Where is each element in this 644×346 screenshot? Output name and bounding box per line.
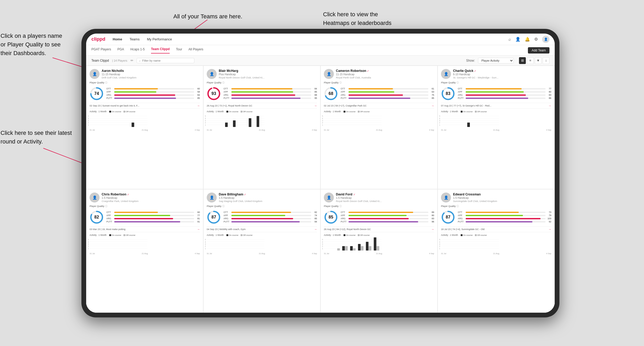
latest-activity[interactable]: 18 Jul 23 | 74 (+4), Sunningdale GC - Ol… — [441, 226, 551, 232]
quality-circle[interactable]: 83 — [441, 87, 455, 101]
quality-circle[interactable]: 87 — [441, 210, 455, 224]
tab-bar: PGAT Players PGA Hcaps 1-5 Team Clippd T… — [86, 45, 555, 56]
quality-section: 74 OTT 60 APP 58 ARG 84 — [90, 87, 200, 101]
stat-label-putt: PUTT — [224, 97, 230, 99]
latest-activity[interactable]: 07 Aug 23 | 77 (+7), St George's Hill GC… — [441, 103, 551, 109]
list-view-button[interactable]: ≡ — [527, 57, 534, 64]
date-mid: 21 Aug — [259, 252, 265, 255]
profile-button[interactable]: 👤 — [515, 37, 521, 42]
tab-hcaps[interactable]: Hcaps 1-5 — [130, 47, 145, 53]
svg-rect-96 — [342, 246, 345, 251]
quality-circle[interactable]: 87 — [207, 210, 221, 224]
settings-button[interactable]: ⚙ — [534, 37, 538, 42]
tab-team-clippd[interactable]: Team Clippd — [151, 47, 170, 54]
stat-row-arg: ARG 84 — [106, 94, 200, 96]
svg-rect-33 — [257, 116, 259, 127]
player-name[interactable]: Chris Robertson — [102, 193, 126, 196]
legend-dot-on — [109, 111, 111, 113]
player-club: Sunningdale Golf Club, United Kingdom — [453, 200, 551, 203]
activity-arrow: → — [314, 228, 317, 231]
player-card: 👤 Edward Crossman 1-5 Handicap Sunningda… — [438, 189, 555, 313]
player-name[interactable]: Blair McHarg — [219, 69, 238, 73]
player-info: Charlie Quick ✓ 6-10 Handicap St. George… — [453, 69, 551, 79]
search-input[interactable] — [142, 59, 192, 62]
avatar[interactable]: 👤 — [542, 36, 549, 43]
quality-circle[interactable]: 82 — [90, 210, 104, 224]
player-name[interactable]: David Ford — [336, 193, 352, 196]
stat-value-arg: 81 — [195, 217, 200, 220]
latest-activity[interactable]: 04 Sep 23 | Mobility with coach, Gym → — [207, 226, 317, 232]
legend-off-course: Off course — [241, 110, 253, 113]
player-header: 👤 Cameron Robertson ✓ 11-15 Handicap Roy… — [324, 69, 434, 79]
chart-label-row: Activity · 1 Month On course Off course — [324, 234, 434, 236]
svg-rect-98 — [350, 246, 353, 251]
chart-label-row: Activity · 1 Month On course Off course — [90, 110, 200, 113]
latest-activity[interactable]: 02 Sep 23 | Sunset round to get back int… — [90, 103, 200, 109]
filter-button[interactable]: ▼ — [535, 57, 542, 64]
mini-chart: 12345 — [90, 237, 200, 252]
quality-circle[interactable]: 85 — [324, 210, 338, 224]
svg-text:1: 1 — [322, 124, 323, 126]
nav-home[interactable]: Home — [113, 37, 122, 41]
activity-text: 04 Sep 23 | Mobility with coach, Gym — [207, 228, 314, 231]
quality-score: 87 — [446, 215, 450, 220]
show-select[interactable]: Player Activity Quality Score Trend — [478, 58, 514, 63]
notification-button[interactable]: 🔔 — [525, 37, 530, 42]
stats-grid: OTT 60 APP 58 ARG 84 PUTT 85 — [106, 87, 200, 100]
svg-text:1: 1 — [439, 124, 440, 126]
latest-activity[interactable]: 26 Aug 23 | 84 (+12), Royal North Devon … — [324, 226, 434, 232]
nav-teams[interactable]: Teams — [129, 37, 139, 41]
stat-value-arg: 83 — [547, 94, 551, 96]
svg-text:4: 4 — [439, 118, 440, 119]
date-end: 4 Sep — [312, 129, 317, 131]
svg-text:2: 2 — [439, 122, 440, 124]
quality-circle[interactable]: 93 — [207, 87, 221, 101]
tab-pga[interactable]: PGA — [117, 47, 124, 53]
stat-label-putt: PUTT — [458, 220, 465, 223]
stat-value-putt: 85 — [429, 97, 434, 99]
svg-rect-95 — [337, 248, 340, 251]
date-mid: 21 Aug — [142, 129, 148, 131]
ipad-frame: clippd Home Teams My Performance ⌕ 👤 🔔 ⚙… — [81, 29, 559, 317]
player-name[interactable]: Edward Crossman — [453, 193, 481, 196]
svg-text:3: 3 — [322, 120, 323, 121]
chart-dates: 31 Jul 21 Aug 4 Sep — [441, 252, 551, 255]
player-name[interactable]: Cameron Robertson — [336, 69, 366, 73]
search-box[interactable]: ⌕ — [137, 58, 194, 63]
nav-my-performance[interactable]: My Performance — [147, 37, 172, 41]
svg-text:5: 5 — [205, 115, 206, 117]
player-header: 👤 Charlie Quick ✓ 6-10 Handicap St. Geor… — [441, 69, 551, 79]
stat-value-ott: 89 — [429, 211, 434, 214]
player-name[interactable]: Dave Billingham — [219, 193, 243, 196]
sort-button[interactable]: ↕ — [543, 57, 549, 64]
svg-text:4: 4 — [205, 241, 206, 243]
legend-on-course: On course — [344, 110, 356, 113]
edit-icon[interactable]: ✏ — [131, 58, 133, 62]
latest-activity[interactable]: 03 Mar 23 | 19, Must make putting → — [90, 226, 200, 232]
grid-view-button[interactable]: ⊞ — [519, 57, 526, 64]
date-end: 4 Sep — [429, 252, 434, 255]
chart-dates: 31 Jul 21 Aug 4 Sep — [324, 129, 434, 131]
tab-all-players[interactable]: All Players — [188, 47, 203, 53]
legend-off-label: Off course — [477, 234, 487, 236]
stat-row-app: APP 77 — [106, 214, 200, 217]
player-name[interactable]: Aaron Nicholls — [102, 69, 124, 73]
svg-rect-32 — [249, 118, 251, 127]
svg-text:2: 2 — [88, 245, 89, 247]
player-avatar: 👤 — [324, 69, 334, 79]
add-team-button[interactable]: Add Team — [528, 47, 549, 54]
search-button[interactable]: ⌕ — [508, 37, 511, 42]
chart-section: Activity · 1 Month On course Off course … — [207, 110, 317, 131]
tab-pgat[interactable]: PGAT Players — [91, 47, 111, 53]
chart-section: Activity · 1 Month On course Off course … — [90, 234, 200, 255]
stat-row-ott: OTT 77 — [458, 87, 551, 90]
latest-activity[interactable]: 26 Aug 23 | 73 (+1), Royal North Devon G… — [207, 103, 317, 109]
quality-circle[interactable]: 68 — [324, 87, 338, 101]
legend-on-course: On course — [226, 110, 238, 113]
tab-tour[interactable]: Tour — [176, 47, 182, 53]
svg-text:5: 5 — [88, 239, 89, 241]
player-name[interactable]: Charlie Quick — [453, 69, 473, 73]
latest-activity[interactable]: 02 Jul 23 | 59 (+17), Craigmillar Park G… — [324, 103, 434, 109]
quality-circle[interactable]: 74 — [90, 87, 104, 101]
quality-score: 83 — [446, 91, 450, 96]
